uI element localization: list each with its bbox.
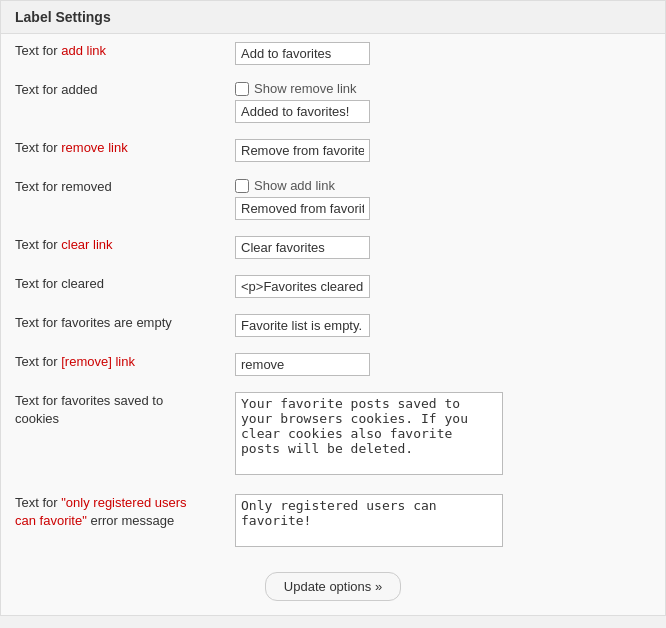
checkbox-label-removed: Show add link: [254, 178, 335, 193]
label-empty: Text for favorites are empty: [1, 306, 221, 345]
label-removed: Text for removed: [1, 170, 221, 228]
checkbox-added[interactable]: [235, 82, 249, 96]
settings-row-cookies: Text for favorites saved to cookies: [1, 384, 665, 486]
input-cell-clear-link: [221, 228, 665, 267]
label-only-registered: Text for "only registered users can favo…: [1, 486, 221, 558]
textarea-only-registered[interactable]: [235, 494, 503, 547]
label-added: Text for added: [1, 73, 221, 131]
label-add-link: Text for add link: [1, 34, 221, 73]
settings-row-empty: Text for favorites are empty: [1, 306, 665, 345]
input-cell-removed: Show add link: [221, 170, 665, 228]
page-title: Label Settings: [1, 1, 665, 34]
input-cell-remove-bracket: [221, 345, 665, 384]
input-remove-link[interactable]: [235, 139, 370, 162]
checkbox-row-added: Show remove link: [235, 81, 651, 96]
settings-row-clear-link: Text for clear link: [1, 228, 665, 267]
checkbox-row-removed: Show add link: [235, 178, 651, 193]
checkbox-label-added: Show remove link: [254, 81, 357, 96]
input-removed[interactable]: [235, 197, 370, 220]
update-options-button[interactable]: Update options »: [265, 572, 401, 601]
label-remove-link: Text for remove link: [1, 131, 221, 170]
settings-row-remove-link: Text for remove link: [1, 131, 665, 170]
input-remove-bracket[interactable]: [235, 353, 370, 376]
input-cleared[interactable]: [235, 275, 370, 298]
settings-row-removed: Text for removedShow add link: [1, 170, 665, 228]
input-cell-added: Show remove link: [221, 73, 665, 131]
input-cell-cookies: [221, 384, 665, 486]
input-cell-empty: [221, 306, 665, 345]
checkbox-removed[interactable]: [235, 179, 249, 193]
label-remove-bracket: Text for [remove] link: [1, 345, 221, 384]
input-cell-remove-link: [221, 131, 665, 170]
settings-row-only-registered: Text for "only registered users can favo…: [1, 486, 665, 558]
settings-row-added: Text for addedShow remove link: [1, 73, 665, 131]
input-empty[interactable]: [235, 314, 370, 337]
input-cell-only-registered: [221, 486, 665, 558]
input-cell-add-link: [221, 34, 665, 73]
page-container: Label Settings Text for add linkText for…: [0, 0, 666, 616]
input-clear-link[interactable]: [235, 236, 370, 259]
input-add-link[interactable]: [235, 42, 370, 65]
label-clear-link: Text for clear link: [1, 228, 221, 267]
settings-table: Text for add linkText for addedShow remo…: [1, 34, 665, 558]
label-cookies: Text for favorites saved to cookies: [1, 384, 221, 486]
input-added[interactable]: [235, 100, 370, 123]
settings-row-add-link: Text for add link: [1, 34, 665, 73]
settings-row-remove-bracket: Text for [remove] link: [1, 345, 665, 384]
update-btn-row: Update options »: [1, 558, 665, 615]
input-cell-cleared: [221, 267, 665, 306]
label-cleared: Text for cleared: [1, 267, 221, 306]
textarea-cookies[interactable]: [235, 392, 503, 475]
settings-row-cleared: Text for cleared: [1, 267, 665, 306]
